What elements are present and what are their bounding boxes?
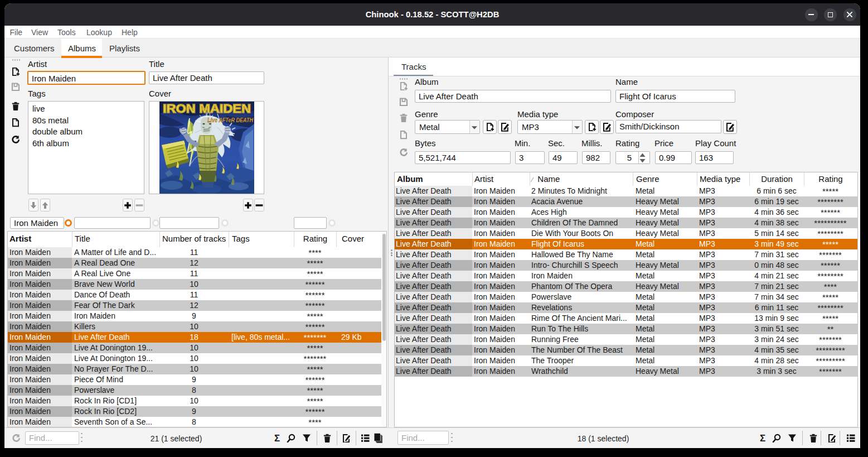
svg-text:IRON MAIDEN: IRON MAIDEN — [163, 102, 251, 116]
svg-text:Live AFTeR DEATH: Live AFTeR DEATH — [207, 117, 254, 123]
